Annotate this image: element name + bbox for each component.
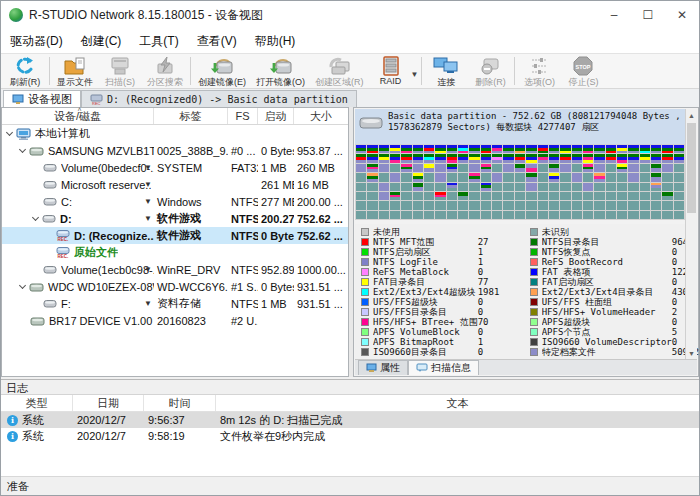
tab-device-view[interactable]: 设备视图 (3, 90, 81, 107)
tree-row[interactable]: BR17 DEVICE V1.00 1...20160823#2 U... (2, 312, 348, 329)
scan-block[interactable] (674, 201, 684, 209)
scan-block[interactable] (526, 201, 536, 209)
scan-block[interactable] (481, 183, 491, 191)
scan-block[interactable] (594, 192, 604, 200)
column-size[interactable]: 大小 (294, 108, 348, 124)
log-row[interactable]: i系统2020/12/79:56:378m 12s 的 D: 扫描已完成 (1, 412, 699, 428)
scan-block[interactable] (617, 173, 627, 181)
scan-block[interactable] (560, 192, 570, 200)
scan-block[interactable] (401, 173, 411, 181)
scan-block[interactable] (492, 192, 502, 200)
scan-block[interactable] (549, 183, 559, 191)
tree-row[interactable]: Microsoft reserve..▼261 MB16 MB (2, 176, 348, 193)
scan-block[interactable] (560, 211, 570, 219)
scan-block[interactable] (651, 211, 661, 219)
expand-chevron-icon[interactable] (19, 146, 26, 153)
scan-block[interactable] (424, 192, 434, 200)
scan-block[interactable] (583, 192, 593, 200)
scroll-down-icon[interactable]: ▼ (686, 347, 697, 359)
scan-block[interactable] (435, 173, 445, 181)
scan-block[interactable] (413, 154, 423, 162)
scan-block[interactable] (469, 145, 479, 153)
row-dropdown-icon[interactable]: ▼ (144, 163, 152, 172)
scan-block[interactable] (640, 164, 650, 172)
scan-block[interactable] (606, 192, 616, 200)
scan-block[interactable] (515, 154, 525, 162)
scan-block[interactable] (367, 183, 377, 191)
scan-block[interactable] (526, 173, 536, 181)
menu-help[interactable]: 帮助(H) (246, 30, 305, 53)
scan-block[interactable] (572, 211, 582, 219)
refresh-button[interactable]: 刷新(R) (3, 55, 47, 87)
scan-block[interactable] (560, 173, 570, 181)
scan-block[interactable] (367, 164, 377, 172)
row-dropdown-icon[interactable]: ▼ (144, 214, 152, 223)
scan-block[interactable] (662, 211, 672, 219)
scan-block[interactable] (435, 154, 445, 162)
scan-block[interactable] (583, 183, 593, 191)
scan-scrollbar[interactable]: ▲ ▼ (685, 109, 697, 359)
close-button[interactable]: ✕ (665, 1, 699, 29)
raid-dropdown-icon[interactable]: ▼ (411, 70, 419, 79)
scan-block[interactable] (401, 192, 411, 200)
scan-block[interactable] (594, 201, 604, 209)
scan-block[interactable] (526, 192, 536, 200)
scroll-up-icon[interactable]: ▲ (686, 109, 697, 121)
tree-row[interactable]: REC.D: (Recognize...软件游戏NTFS0 Bytes752.6… (2, 227, 348, 244)
create-image-button[interactable]: 创建镜像(E) (193, 55, 251, 87)
scan-block[interactable] (435, 201, 445, 209)
scan-block[interactable] (526, 211, 536, 219)
column-start[interactable]: 启动 (258, 108, 294, 124)
scan-block[interactable] (481, 192, 491, 200)
tree-row[interactable]: REC.原始文件 (2, 244, 348, 261)
scan-block[interactable] (458, 173, 468, 181)
scan-block[interactable] (572, 201, 582, 209)
scan-block[interactable] (356, 201, 366, 209)
scan-block[interactable] (549, 154, 559, 162)
expand-chevron-icon[interactable] (19, 282, 26, 289)
scan-block[interactable] (674, 145, 684, 153)
scan-block[interactable] (538, 201, 548, 209)
scan-block[interactable] (617, 154, 627, 162)
open-image-button[interactable]: 打开镜像(O) (251, 55, 310, 87)
scan-block[interactable] (594, 173, 604, 181)
scan-block[interactable] (413, 201, 423, 209)
scan-block[interactable] (594, 145, 604, 153)
scan-block[interactable] (515, 192, 525, 200)
scan-block[interactable] (674, 192, 684, 200)
scan-block[interactable] (617, 201, 627, 209)
scan-block[interactable] (572, 145, 582, 153)
scan-block[interactable] (538, 173, 548, 181)
scan-block[interactable] (526, 154, 536, 162)
scan-block[interactable] (356, 192, 366, 200)
scan-block[interactable] (617, 211, 627, 219)
tree-row[interactable]: Volume(1ecb0c98-..▼WinRE_DRVNTFS952.89 .… (2, 261, 348, 278)
tree-row[interactable]: Volume(0bedecf0-..▼SYSTEMFAT321 MB260 MB (2, 159, 348, 176)
column-device-disk[interactable]: ˄设备/磁盘 (2, 108, 154, 124)
scan-block[interactable] (379, 154, 389, 162)
scan-block[interactable] (628, 183, 638, 191)
log-column-text[interactable]: 文本 (216, 395, 699, 411)
scan-block[interactable] (447, 164, 457, 172)
scan-block[interactable] (435, 183, 445, 191)
scan-block[interactable] (458, 164, 468, 172)
scroll-track[interactable] (686, 121, 697, 347)
scan-block[interactable] (469, 192, 479, 200)
scan-block[interactable] (503, 211, 513, 219)
scan-block[interactable] (560, 164, 570, 172)
scan-block[interactable] (492, 201, 502, 209)
scan-block[interactable] (651, 173, 661, 181)
scan-block[interactable] (503, 183, 513, 191)
scan-block[interactable] (390, 183, 400, 191)
scan-block[interactable] (458, 183, 468, 191)
scan-block[interactable] (413, 192, 423, 200)
scan-block[interactable] (424, 145, 434, 153)
scan-block[interactable] (515, 173, 525, 181)
scan-block[interactable] (390, 173, 400, 181)
scan-block[interactable] (390, 145, 400, 153)
tree-row[interactable]: WDC WD10EZEX-08W...WD-WCC6Y6...#1 S...0 … (2, 278, 348, 295)
scan-block[interactable] (606, 145, 616, 153)
connect-button[interactable]: 连接 (424, 55, 468, 87)
scan-block[interactable] (424, 164, 434, 172)
scan-block[interactable] (640, 201, 650, 209)
